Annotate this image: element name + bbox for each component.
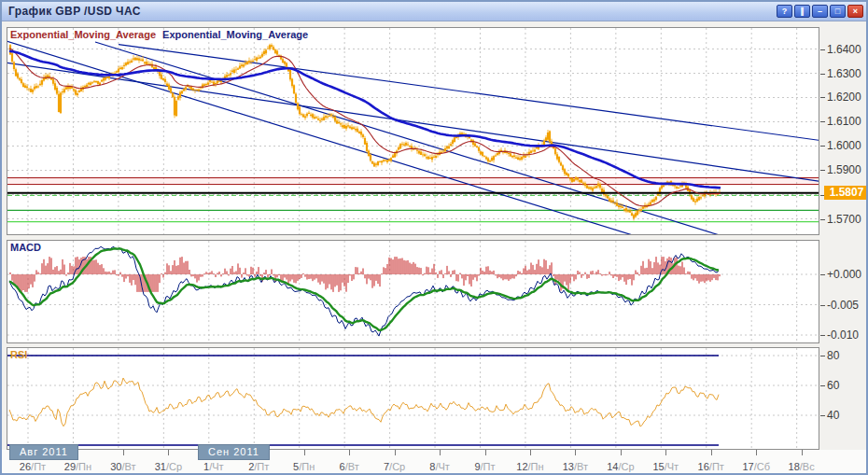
date-label: 14/Ср — [607, 461, 634, 472]
macd-tick-label: -0.010 — [827, 329, 868, 342]
pause-button[interactable]: ∥ — [794, 5, 810, 18]
date-label: 12/Пн — [516, 461, 543, 472]
axis-tick — [820, 305, 825, 306]
window-title: График GBP /USD ЧАС — [2, 5, 141, 18]
macd-tick-label: +0.000 — [827, 269, 868, 281]
ema-label-fast: Exponential_Moving_Average — [10, 29, 156, 40]
price-tick-label: 1.6200 — [827, 91, 868, 104]
rsi-tick-label: 40 — [827, 410, 868, 422]
date-label: 30/Вт — [110, 461, 135, 472]
axis-tick — [820, 97, 825, 98]
axis-tick — [820, 170, 825, 171]
date-axis-tick — [756, 450, 757, 455]
window-buttons: ?∥–□× — [777, 5, 863, 18]
price-tick-label: 1.5700 — [827, 214, 868, 226]
date-label: 18/Вс — [789, 461, 815, 472]
date-label: 26/Пт — [20, 461, 46, 472]
axis-tick — [820, 385, 825, 386]
rsi-label: RSI — [10, 349, 27, 360]
trendline-3 — [7, 40, 640, 234]
axis-tick — [820, 146, 825, 147]
date-label: 2/Пт — [248, 461, 269, 472]
rsi-panel[interactable]: RSI — [7, 347, 819, 450]
date-axis-tick — [802, 450, 803, 455]
macd-histogram — [10, 257, 720, 292]
month-badge: Сен 2011 — [198, 444, 270, 460]
rsi-tick-label: 80 — [827, 350, 868, 362]
price-chart-canvas[interactable] — [7, 28, 819, 234]
date-label: 5/Пн — [293, 461, 315, 472]
ema-label-slow: Exponential_Moving_Average — [162, 29, 308, 40]
axis-tick — [820, 219, 825, 220]
date-label: 9/Пт — [474, 461, 495, 472]
main-chart-panel[interactable]: Exponential_Moving_AverageExponential_Mo… — [7, 27, 819, 235]
price-tick-label: 1.6100 — [827, 116, 868, 128]
date-axis-tick — [395, 450, 396, 455]
close-button[interactable]: × — [847, 5, 863, 18]
date-axis-tick — [304, 450, 305, 455]
current-price-badge: 1.5807 — [824, 186, 868, 200]
chart-window: График GBP /USD ЧАС ?∥–□× Exponential_Mo… — [0, 0, 868, 475]
date-label: 6/Вт — [340, 461, 359, 472]
date-label: 7/Ср — [384, 461, 405, 472]
date-axis-tick — [168, 450, 169, 455]
date-axis-tick — [349, 450, 350, 455]
ema-legend: Exponential_Moving_AverageExponential_Mo… — [10, 29, 308, 40]
axis-tick — [820, 356, 825, 356]
date-axis-tick — [485, 450, 486, 455]
axis-tick — [820, 335, 825, 336]
window-titlebar[interactable]: График GBP /USD ЧАС ?∥–□× — [2, 2, 866, 21]
macd-canvas[interactable] — [7, 241, 819, 342]
date-label: 16/Пт — [698, 461, 724, 472]
rsi-canvas[interactable] — [7, 348, 819, 449]
macd-panel[interactable]: MACD — [7, 240, 819, 343]
date-label: 8/Чт — [429, 461, 450, 472]
axis-tick — [820, 49, 825, 50]
price-tick-label: 1.5900 — [827, 164, 868, 176]
trendline-4 — [95, 42, 727, 234]
date-axis-tick — [530, 450, 531, 455]
macd-signal-line — [9, 248, 719, 330]
date-axis-tick — [440, 450, 441, 455]
date-label: 13/Вт — [563, 461, 588, 472]
date-label: 17/Сб — [742, 461, 770, 472]
macd-label: MACD — [10, 242, 41, 253]
axis-tick — [820, 415, 825, 416]
date-axis-tick — [711, 450, 712, 455]
date-axis-tick — [621, 450, 622, 455]
price-tick-label: 1.6000 — [827, 140, 868, 152]
help-button[interactable]: ? — [777, 5, 792, 18]
date-label: 29/Пн — [64, 461, 91, 472]
macd-tick-label: -0.005 — [827, 300, 868, 312]
candle-wicks — [10, 43, 720, 220]
trendline-1 — [119, 45, 819, 141]
price-tick-label: 1.6300 — [827, 68, 868, 80]
date-label: 31/Ср — [155, 461, 182, 472]
date-label: 1/Чт — [203, 461, 224, 472]
date-axis: 26/Пт29/Пн30/Вт31/Ср1/Чт2/Пт5/Пн6/Вт7/Ср… — [2, 450, 868, 475]
axis-tick — [820, 74, 825, 75]
minimize-button[interactable]: – — [812, 5, 828, 18]
axis-tick — [820, 274, 825, 275]
date-axis-tick — [123, 450, 124, 455]
axis-tick — [820, 121, 825, 122]
maximize-button[interactable]: □ — [830, 5, 846, 18]
month-badge: Авг 2011 — [9, 444, 78, 460]
date-axis-tick — [575, 450, 576, 455]
date-label: 15/Чт — [652, 461, 679, 472]
price-tick-label: 1.6400 — [827, 44, 868, 56]
date-axis-tick — [665, 450, 666, 455]
resistance-zone — [7, 178, 819, 185]
rsi-tick-label: 60 — [827, 380, 868, 392]
macd-main-line — [9, 246, 719, 336]
